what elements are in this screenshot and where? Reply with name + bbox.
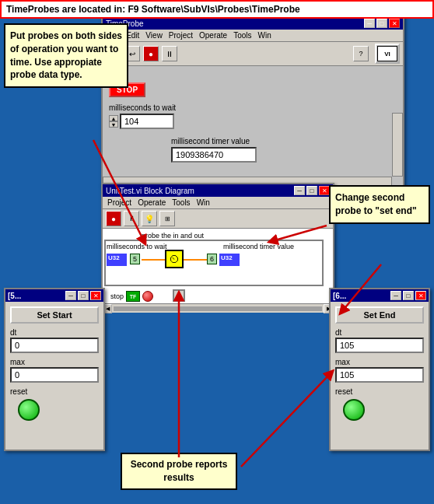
probe-right-max-row: max 105: [335, 358, 424, 383]
ms-wait-spinner: ▲ ▼ 104: [109, 114, 397, 129]
menu-view[interactable]: View: [145, 31, 163, 40]
probe-right-max-value: 105: [335, 367, 424, 383]
probe-right-reset-label: reset: [335, 387, 352, 396]
probe-left-close[interactable]: ✕: [90, 291, 101, 300]
probe-left-max-label: max: [10, 358, 99, 366]
bd-maximize[interactable]: □: [306, 186, 317, 195]
block-diagram-window: UnitTest.vi Block Diagram ─ □ ✕ Project …: [101, 183, 334, 296]
maximize-btn[interactable]: □: [376, 19, 387, 28]
set-start-btn[interactable]: Set Start: [10, 306, 99, 324]
probe-right-title: [6...: [333, 292, 346, 300]
probe-right-reset-row: reset: [335, 387, 424, 421]
bd-menu-project[interactable]: Project: [107, 198, 131, 207]
probe-left-max-value: 0: [10, 367, 99, 383]
bd-menu-tools[interactable]: Tools: [172, 198, 190, 207]
bd-scrollbar-h[interactable]: ◀ ▶: [103, 303, 333, 313]
bool-indicator: TF: [126, 291, 140, 302]
bd-stop-btn[interactable]: ●: [106, 211, 121, 226]
vi-icon: VI: [375, 44, 400, 64]
probe-left-minimize[interactable]: ─: [65, 291, 76, 300]
bd-toolbar: ● ⏸ 💡 ⊞: [103, 209, 333, 229]
ms-timer-label: millisecond timer value: [171, 137, 397, 145]
menu-win[interactable]: Win: [257, 31, 271, 40]
probe-left-max-row: max 0: [10, 358, 99, 383]
probe-right-dt-label: dt: [335, 328, 424, 337]
main-scrollbar-v[interactable]: [392, 113, 403, 177]
bd-scroll-track: [114, 306, 322, 311]
probe-left-reset-led[interactable]: [18, 399, 40, 421]
main-window-toolbar: ➤ ↩ ● ⏸ ? VI: [103, 42, 403, 66]
main-vi-window: TimeProbe ─ □ ✕ File Edit View Project O…: [101, 16, 404, 187]
decrement-arrow[interactable]: ▼: [109, 121, 118, 128]
probe-window-left: [5... ─ □ ✕ Set Start dt 0 max 0 reset: [4, 288, 105, 451]
ms-wait-label: milliseconds to wait: [109, 103, 397, 112]
bd-close[interactable]: ✕: [319, 186, 330, 195]
probe-right-max-label: max: [335, 358, 424, 366]
ms-timer-value: 1909386470: [171, 147, 257, 163]
help-btn[interactable]: ?: [353, 46, 369, 61]
annotation-bottom: Second probe reports results: [121, 453, 237, 490]
bd-menu-win[interactable]: Win: [197, 198, 210, 207]
probe-right-maximize[interactable]: □: [403, 291, 414, 300]
wire-label: probe the in and out: [142, 232, 204, 240]
probe-left-titlebar: [5... ─ □ ✕: [5, 289, 103, 302]
probe-right-minimize[interactable]: ─: [390, 291, 401, 300]
menu-tools[interactable]: Tools: [233, 31, 251, 40]
iteration-terminal: i: [173, 289, 185, 302]
arrow-bottom-to-right-probe: [241, 373, 331, 467]
probe-window-right: [6... ─ □ ✕ Set End dt 105 max 105 reset: [329, 288, 430, 451]
loop-border: [104, 240, 324, 286]
probe-left-body: Set Start dt 0 max 0 reset: [5, 302, 103, 425]
probe-left-dt-label: dt: [10, 328, 99, 337]
probe-right-controls: ─ □ ✕: [390, 291, 426, 300]
ms-wait-value[interactable]: 104: [120, 114, 174, 129]
probe-right-titlebar: [6... ─ □ ✕: [331, 289, 429, 302]
probe-left-maximize[interactable]: □: [78, 291, 89, 300]
bd-pause-btn[interactable]: ⏸: [124, 211, 139, 226]
bd-titlebar: UnitTest.vi Block Diagram ─ □ ✕: [103, 184, 333, 197]
ms-timer-section: millisecond timer value 1909386470: [171, 137, 397, 163]
probe-right-body: Set End dt 105 max 105 reset: [331, 302, 429, 425]
main-window-menubar: File Edit View Project Operate Tools Win: [103, 30, 403, 42]
menu-project[interactable]: Project: [169, 31, 193, 40]
minimize-btn[interactable]: ─: [364, 19, 375, 28]
stop-indicator: stop TF: [110, 291, 153, 302]
probe-right-dt-value: 105: [335, 338, 424, 353]
top-banner: TimeProbes are located in: F9 Software\S…: [0, 0, 434, 19]
bd-extra-btn[interactable]: ⊞: [159, 211, 175, 226]
ms-wait-arrows[interactable]: ▲ ▼: [109, 115, 118, 128]
main-vi-panel: stop STOP milliseconds to wait ▲ ▼ 104 m…: [103, 66, 403, 187]
probe-right-dt-row: dt 105: [335, 328, 424, 353]
bd-minimize[interactable]: ─: [294, 186, 305, 195]
menu-operate[interactable]: Operate: [199, 31, 227, 40]
probe-right-close[interactable]: ✕: [415, 291, 426, 300]
bd-bulb-btn[interactable]: 💡: [142, 211, 157, 226]
stop-record-btn[interactable]: ●: [143, 46, 159, 61]
probe-left-dt-row: dt 0: [10, 328, 99, 353]
probe-left-title: [5...: [8, 292, 21, 300]
stop-label: stop: [109, 72, 397, 81]
bd-menu-operate[interactable]: Operate: [138, 198, 166, 207]
bd-content: probe the in and out milliseconds to wai…: [103, 229, 333, 303]
stop-text: stop: [110, 292, 124, 300]
bd-title: UnitTest.vi Block Diagram: [106, 187, 194, 195]
close-btn[interactable]: ✕: [389, 19, 400, 28]
set-end-btn[interactable]: Set End: [335, 306, 424, 324]
probe-left-dt-value: 0: [10, 338, 99, 353]
annotation-right: Change second probe to "set end": [329, 185, 430, 224]
probe-right-reset-led[interactable]: [343, 399, 365, 421]
bd-menubar: Project Operate Tools Win: [103, 197, 333, 209]
main-window-titlebar: TimeProbe ─ □ ✕: [103, 17, 403, 30]
pause-btn[interactable]: ⏸: [162, 46, 177, 61]
annotation-left: Put probes on both sides of operation yo…: [4, 23, 128, 88]
probe-left-controls: ─ □ ✕: [65, 291, 101, 300]
probe-left-reset-label: reset: [10, 387, 27, 396]
red-circle-indicator: [142, 291, 153, 302]
increment-arrow[interactable]: ▲: [109, 115, 118, 121]
probe-left-reset-row: reset: [10, 387, 99, 421]
